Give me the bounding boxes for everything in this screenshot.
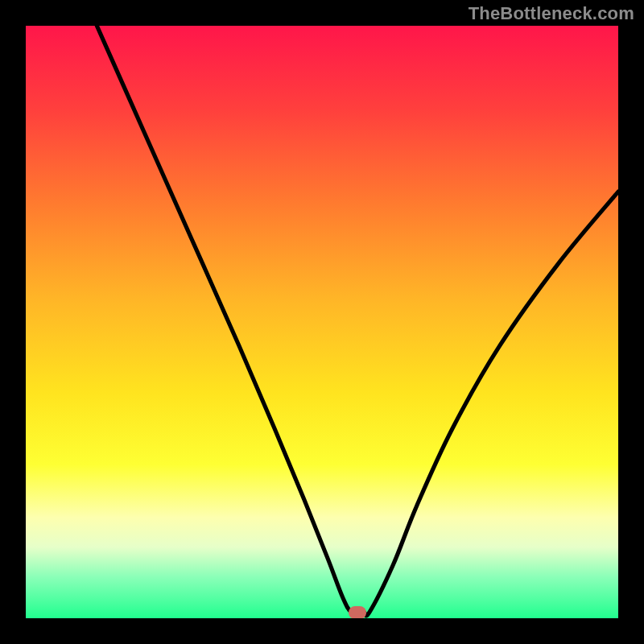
chart-frame: TheBottleneck.com xyxy=(0,0,644,644)
min-marker xyxy=(349,606,366,618)
plot-area xyxy=(26,26,618,618)
attribution-label: TheBottleneck.com xyxy=(469,3,634,24)
bottleneck-curve xyxy=(26,26,618,618)
curve-path xyxy=(97,26,618,616)
